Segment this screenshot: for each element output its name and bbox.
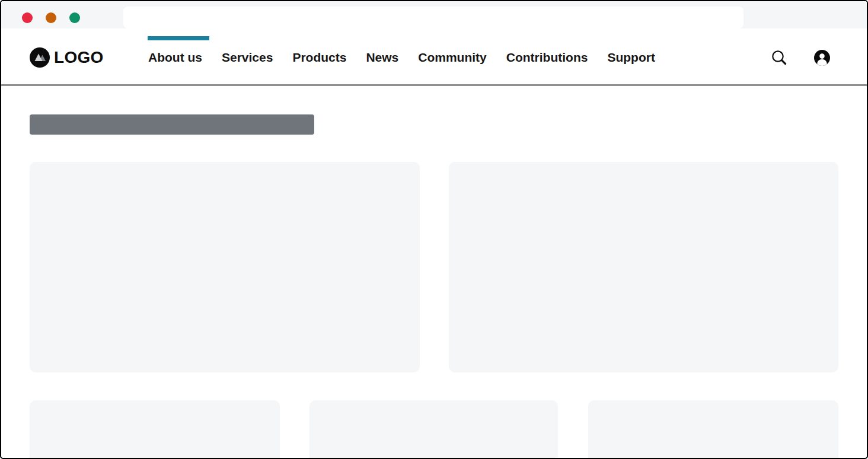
search-icon: [771, 49, 787, 66]
main-navigation: About us Services Products News Communit…: [148, 36, 655, 79]
window-controls: [22, 12, 80, 23]
address-bar[interactable]: [123, 7, 743, 28]
minimize-window-button[interactable]: [46, 12, 56, 23]
site-header: LOGO About us Services Products News Com…: [1, 28, 867, 86]
maximize-window-button[interactable]: [69, 12, 80, 23]
nav-item-services[interactable]: Services: [222, 50, 273, 65]
small-card-placeholder-2: [309, 400, 558, 459]
search-button[interactable]: [771, 49, 787, 66]
feature-card-placeholder-1: [30, 162, 420, 372]
nav-item-community[interactable]: Community: [418, 50, 487, 65]
nav-item-about-us[interactable]: About us: [148, 50, 202, 65]
header-actions: [771, 36, 830, 79]
browser-window: LOGO About us Services Products News Com…: [0, 0, 868, 459]
logo-mountain-icon: [30, 47, 50, 68]
nav-item-contributions[interactable]: Contributions: [506, 50, 588, 65]
nav-item-news[interactable]: News: [366, 50, 398, 65]
feature-card-placeholder-2: [449, 162, 838, 372]
close-window-button[interactable]: [22, 12, 33, 23]
logo[interactable]: LOGO: [30, 36, 104, 79]
account-button[interactable]: [814, 50, 830, 66]
small-card-placeholder-1: [30, 400, 280, 459]
page-title-placeholder: [30, 114, 314, 135]
logo-text: LOGO: [54, 48, 104, 67]
browser-toolbar: [1, 1, 867, 28]
nav-item-products[interactable]: Products: [292, 50, 346, 65]
nav-item-support[interactable]: Support: [607, 50, 655, 65]
small-card-placeholder-3: [588, 400, 838, 459]
account-icon: [814, 50, 830, 66]
